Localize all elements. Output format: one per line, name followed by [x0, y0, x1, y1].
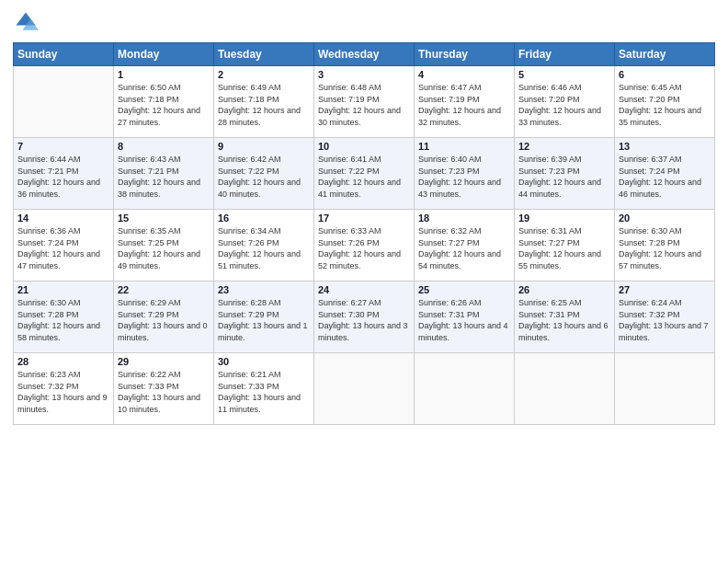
day-info: Sunrise: 6:37 AMSunset: 7:24 PMDaylight:…	[619, 154, 711, 200]
day-info: Sunrise: 6:40 AMSunset: 7:23 PMDaylight:…	[418, 154, 510, 200]
calendar-cell: 30Sunrise: 6:21 AMSunset: 7:33 PMDayligh…	[214, 353, 314, 425]
day-number: 6	[619, 69, 711, 80]
calendar-cell: 25Sunrise: 6:26 AMSunset: 7:31 PMDayligh…	[415, 282, 515, 353]
day-number: 23	[218, 284, 310, 295]
calendar-cell: 11Sunrise: 6:40 AMSunset: 7:23 PMDayligh…	[415, 138, 515, 210]
calendar-cell: 18Sunrise: 6:32 AMSunset: 7:27 PMDayligh…	[415, 210, 515, 282]
day-info: Sunrise: 6:30 AMSunset: 7:28 PMDaylight:…	[619, 225, 711, 271]
calendar-cell: 2Sunrise: 6:49 AMSunset: 7:18 PMDaylight…	[214, 66, 314, 138]
day-info: Sunrise: 6:44 AMSunset: 7:21 PMDaylight:…	[17, 154, 109, 200]
day-number: 26	[518, 284, 610, 295]
day-info: Sunrise: 6:47 AMSunset: 7:19 PMDaylight:…	[418, 82, 510, 128]
calendar-week-row: 28Sunrise: 6:23 AMSunset: 7:32 PMDayligh…	[14, 353, 715, 425]
day-info: Sunrise: 6:27 AMSunset: 7:30 PMDaylight:…	[318, 297, 410, 343]
weekday-header: Wednesday	[314, 43, 415, 66]
logo-icon	[13, 9, 39, 35]
day-number: 1	[118, 69, 210, 80]
day-info: Sunrise: 6:31 AMSunset: 7:27 PMDaylight:…	[518, 225, 610, 271]
calendar-table: SundayMondayTuesdayWednesdayThursdayFrid…	[13, 42, 715, 425]
day-number: 13	[619, 141, 711, 152]
calendar-cell: 26Sunrise: 6:25 AMSunset: 7:31 PMDayligh…	[515, 282, 615, 353]
day-number: 2	[218, 69, 310, 80]
calendar-cell	[314, 353, 415, 425]
day-info: Sunrise: 6:28 AMSunset: 7:29 PMDaylight:…	[218, 297, 310, 343]
calendar-cell: 7Sunrise: 6:44 AMSunset: 7:21 PMDaylight…	[14, 138, 114, 210]
day-info: Sunrise: 6:33 AMSunset: 7:26 PMDaylight:…	[318, 225, 410, 271]
weekday-header: Sunday	[14, 43, 114, 66]
weekday-header: Thursday	[415, 43, 515, 66]
day-info: Sunrise: 6:29 AMSunset: 7:29 PMDaylight:…	[118, 297, 210, 343]
day-number: 8	[118, 141, 210, 152]
day-info: Sunrise: 6:35 AMSunset: 7:25 PMDaylight:…	[118, 225, 210, 271]
day-number: 28	[17, 356, 109, 367]
calendar-cell: 15Sunrise: 6:35 AMSunset: 7:25 PMDayligh…	[114, 210, 214, 282]
calendar-cell: 24Sunrise: 6:27 AMSunset: 7:30 PMDayligh…	[314, 282, 415, 353]
weekday-header: Monday	[114, 43, 214, 66]
calendar-cell: 8Sunrise: 6:43 AMSunset: 7:21 PMDaylight…	[114, 138, 214, 210]
calendar-cell: 16Sunrise: 6:34 AMSunset: 7:26 PMDayligh…	[214, 210, 314, 282]
weekday-header: Tuesday	[214, 43, 314, 66]
day-info: Sunrise: 6:34 AMSunset: 7:26 PMDaylight:…	[218, 225, 310, 271]
weekday-header: Friday	[515, 43, 615, 66]
day-number: 7	[17, 141, 109, 152]
page-header	[13, 9, 715, 35]
day-number: 5	[518, 69, 610, 80]
day-info: Sunrise: 6:45 AMSunset: 7:20 PMDaylight:…	[619, 82, 711, 128]
day-number: 10	[318, 141, 410, 152]
day-info: Sunrise: 6:42 AMSunset: 7:22 PMDaylight:…	[218, 154, 310, 200]
calendar-cell	[14, 66, 114, 138]
calendar-cell: 9Sunrise: 6:42 AMSunset: 7:22 PMDaylight…	[214, 138, 314, 210]
day-info: Sunrise: 6:23 AMSunset: 7:32 PMDaylight:…	[17, 369, 109, 415]
day-number: 17	[318, 213, 410, 224]
calendar-cell: 1Sunrise: 6:50 AMSunset: 7:18 PMDaylight…	[114, 66, 214, 138]
calendar-week-row: 21Sunrise: 6:30 AMSunset: 7:28 PMDayligh…	[14, 282, 715, 353]
calendar-cell: 22Sunrise: 6:29 AMSunset: 7:29 PMDayligh…	[114, 282, 214, 353]
day-number: 4	[418, 69, 510, 80]
day-number: 9	[218, 141, 310, 152]
calendar-cell: 3Sunrise: 6:48 AMSunset: 7:19 PMDaylight…	[314, 66, 415, 138]
day-info: Sunrise: 6:24 AMSunset: 7:32 PMDaylight:…	[619, 297, 711, 343]
day-number: 12	[518, 141, 610, 152]
calendar-cell: 14Sunrise: 6:36 AMSunset: 7:24 PMDayligh…	[14, 210, 114, 282]
day-info: Sunrise: 6:48 AMSunset: 7:19 PMDaylight:…	[318, 82, 410, 128]
day-info: Sunrise: 6:43 AMSunset: 7:21 PMDaylight:…	[118, 154, 210, 200]
day-info: Sunrise: 6:36 AMSunset: 7:24 PMDaylight:…	[17, 225, 109, 271]
day-number: 20	[619, 213, 711, 224]
day-number: 22	[118, 284, 210, 295]
day-number: 24	[318, 284, 410, 295]
day-info: Sunrise: 6:32 AMSunset: 7:27 PMDaylight:…	[418, 225, 510, 271]
day-number: 14	[17, 213, 109, 224]
day-number: 3	[318, 69, 410, 80]
day-number: 21	[17, 284, 109, 295]
day-number: 27	[619, 284, 711, 295]
calendar-cell: 20Sunrise: 6:30 AMSunset: 7:28 PMDayligh…	[615, 210, 715, 282]
calendar-cell: 23Sunrise: 6:28 AMSunset: 7:29 PMDayligh…	[214, 282, 314, 353]
day-number: 18	[418, 213, 510, 224]
logo	[13, 9, 42, 35]
calendar-cell	[515, 353, 615, 425]
calendar-week-row: 1Sunrise: 6:50 AMSunset: 7:18 PMDaylight…	[14, 66, 715, 138]
calendar-week-row: 14Sunrise: 6:36 AMSunset: 7:24 PMDayligh…	[14, 210, 715, 282]
calendar-cell: 10Sunrise: 6:41 AMSunset: 7:22 PMDayligh…	[314, 138, 415, 210]
day-info: Sunrise: 6:21 AMSunset: 7:33 PMDaylight:…	[218, 369, 310, 415]
day-info: Sunrise: 6:25 AMSunset: 7:31 PMDaylight:…	[518, 297, 610, 343]
day-info: Sunrise: 6:22 AMSunset: 7:33 PMDaylight:…	[118, 369, 210, 415]
calendar-cell: 5Sunrise: 6:46 AMSunset: 7:20 PMDaylight…	[515, 66, 615, 138]
page-container: SundayMondayTuesdayWednesdayThursdayFrid…	[0, 0, 728, 434]
day-info: Sunrise: 6:41 AMSunset: 7:22 PMDaylight:…	[318, 154, 410, 200]
day-number: 29	[118, 356, 210, 367]
calendar-cell: 12Sunrise: 6:39 AMSunset: 7:23 PMDayligh…	[515, 138, 615, 210]
day-info: Sunrise: 6:50 AMSunset: 7:18 PMDaylight:…	[118, 82, 210, 128]
day-number: 11	[418, 141, 510, 152]
weekday-header: Saturday	[615, 43, 715, 66]
calendar-cell: 29Sunrise: 6:22 AMSunset: 7:33 PMDayligh…	[114, 353, 214, 425]
day-number: 19	[518, 213, 610, 224]
calendar-cell: 13Sunrise: 6:37 AMSunset: 7:24 PMDayligh…	[615, 138, 715, 210]
day-info: Sunrise: 6:30 AMSunset: 7:28 PMDaylight:…	[17, 297, 109, 343]
day-info: Sunrise: 6:26 AMSunset: 7:31 PMDaylight:…	[418, 297, 510, 343]
day-number: 25	[418, 284, 510, 295]
calendar-cell: 6Sunrise: 6:45 AMSunset: 7:20 PMDaylight…	[615, 66, 715, 138]
day-number: 16	[218, 213, 310, 224]
day-info: Sunrise: 6:46 AMSunset: 7:20 PMDaylight:…	[518, 82, 610, 128]
calendar-cell: 21Sunrise: 6:30 AMSunset: 7:28 PMDayligh…	[14, 282, 114, 353]
